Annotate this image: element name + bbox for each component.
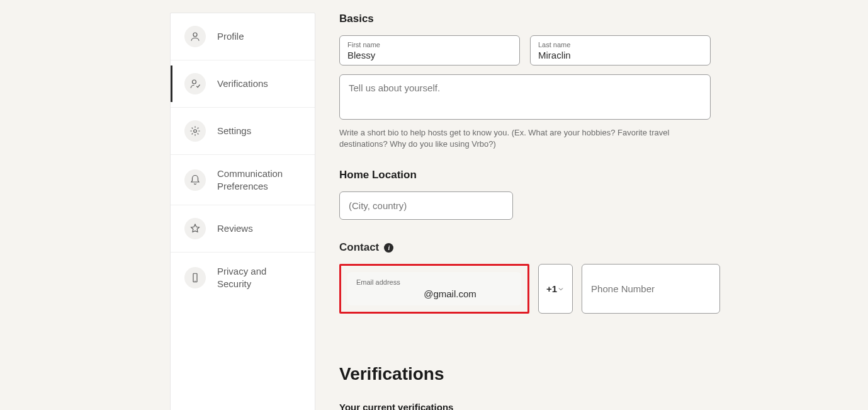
home-location-input[interactable] (339, 191, 513, 220)
last-name-label: Last name (538, 41, 702, 48)
country-code-select[interactable]: +1 (538, 264, 573, 314)
sidebar-item-label: Privacy and Security (217, 265, 301, 290)
star-icon (184, 218, 206, 239)
sidebar-item-label: Settings (217, 125, 251, 137)
bell-icon (184, 169, 206, 191)
gear-icon (184, 120, 206, 142)
person-check-icon (184, 73, 206, 94)
sidebar-item-verifications[interactable]: Verifications (171, 60, 315, 108)
first-name-field-wrap[interactable]: First name (339, 35, 520, 65)
basics-heading: Basics (339, 13, 711, 25)
bio-help-text: Write a short bio to help hosts get to k… (339, 127, 711, 150)
svg-point-2 (194, 130, 197, 133)
sidebar-item-privacy[interactable]: Privacy and Security (171, 253, 315, 302)
first-name-input[interactable] (347, 50, 512, 60)
sidebar-item-label: Communication Preferences (217, 168, 301, 192)
svg-point-1 (193, 80, 196, 84)
bio-textarea[interactable] (339, 74, 711, 120)
sidebar-item-communication[interactable]: Communication Preferences (171, 155, 315, 205)
device-icon (184, 267, 206, 288)
verifications-subheading: Your current verifications (339, 402, 711, 410)
home-location-heading: Home Location (339, 169, 711, 181)
sidebar-item-reviews[interactable]: Reviews (171, 205, 315, 253)
info-icon[interactable]: i (384, 243, 393, 253)
sidebar-item-profile[interactable]: Profile (171, 13, 315, 60)
svg-point-0 (193, 33, 197, 37)
email-value: @gmail.com (356, 288, 512, 299)
person-icon (184, 26, 206, 47)
verifications-heading: Verifications (339, 364, 711, 384)
email-field[interactable]: Email address @gmail.com (347, 272, 521, 305)
main-content: Basics First name Last name Write a shor… (339, 13, 711, 410)
sidebar-item-label: Verifications (217, 77, 268, 90)
sidebar-item-label: Reviews (217, 222, 253, 235)
first-name-label: First name (347, 41, 512, 48)
country-code-value: +1 (546, 283, 557, 294)
last-name-input[interactable] (538, 50, 702, 60)
phone-input[interactable] (582, 264, 720, 314)
contact-heading: Contact (339, 241, 379, 254)
email-highlight-box: Email address @gmail.com (339, 264, 529, 314)
settings-sidebar: Profile Verifications Settings Communica… (170, 13, 315, 410)
chevron-down-icon (557, 285, 565, 293)
sidebar-item-label: Profile (217, 30, 244, 43)
email-label: Email address (356, 278, 512, 286)
sidebar-item-settings[interactable]: Settings (171, 108, 315, 155)
last-name-field-wrap[interactable]: Last name (530, 35, 711, 65)
